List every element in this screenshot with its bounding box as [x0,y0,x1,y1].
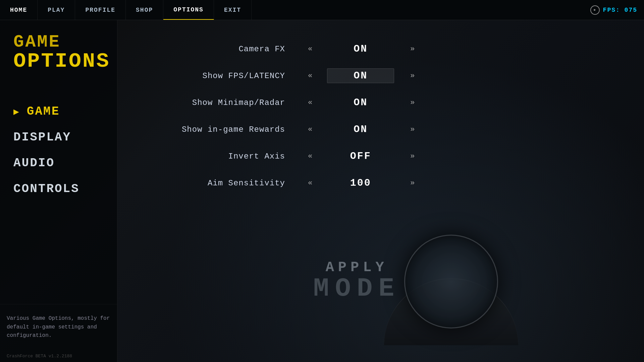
setting-label-minimap: Show Minimap/Radar [144,98,285,107]
nav-play[interactable]: PLAY [38,0,75,20]
setting-row-rewards: Show in-game Rewards « ON » [144,121,617,138]
setting-controls-fps-latency: « ON » [305,68,416,83]
apply-label: APPLY [313,259,400,276]
setting-controls-aim-sensitivity: « 100 » [305,177,416,189]
setting-label-fps-latency: Show FPS/LATENCY [144,71,285,80]
camera-fx-value: ON [327,43,394,55]
minimap-value: ON [327,97,394,108]
setting-label-camera-fx: Camera FX [144,45,285,54]
aim-sensitivity-arrow-left[interactable]: « [305,178,314,189]
nav-exit[interactable]: EXIT [214,0,252,20]
setting-controls-invert-axis: « OFF » [305,150,416,162]
sidebar-title: GAME OPTIONS [0,20,117,78]
sidebar-item-controls[interactable]: ▶ CONTROLS [0,176,117,202]
setting-label-invert-axis: Invert Axis [144,152,285,161]
invert-axis-value: OFF [327,150,394,162]
setting-controls-camera-fx: « ON » [305,43,416,55]
fps-latency-arrow-right[interactable]: » [408,70,416,81]
fps-icon: ● [590,5,600,15]
aim-sensitivity-arrow-right[interactable]: » [408,178,416,189]
sidebar-item-display[interactable]: ▶ DISPLAY [0,124,117,150]
fps-latency-value: ON [327,68,394,83]
nav-options[interactable]: OPTIONS [163,0,214,20]
navbar: HOME PLAY PROFILE SHOP OPTIONS EXIT ● FP… [0,0,644,20]
active-arrow: ▶ [13,106,20,117]
sidebar-item-audio[interactable]: ▶ AUDIO [0,150,117,176]
minimap-arrow-right[interactable]: » [408,97,416,108]
sidebar-title-game: GAME [13,34,104,51]
sidebar-item-game[interactable]: ▶ GAME [0,99,117,124]
setting-row-invert-axis: Invert Axis « OFF » [144,147,617,165]
setting-row-fps-latency: Show FPS/LATENCY « ON » [144,67,617,84]
settings-panel: Camera FX « ON » Show FPS/LATENCY « ON »… [117,20,644,221]
invert-axis-arrow-right[interactable]: » [408,151,416,162]
setting-controls-minimap: « ON » [305,97,416,108]
setting-row-camera-fx: Camera FX « ON » [144,40,617,58]
setting-controls-rewards: « ON » [305,124,416,135]
nav-home[interactable]: HOME [0,0,38,20]
sidebar-version: CrashForce BETA v1.2.2188 [0,350,117,362]
nav-shop[interactable]: SHOP [126,0,163,20]
sidebar-footer: Various Game Options, mostly for default… [0,304,117,350]
apply-mode-overlay: APPLY MODE [313,259,400,302]
rewards-value: ON [327,124,394,135]
setting-label-rewards: Show in-game Rewards [144,125,285,134]
sidebar-menu: ▶ GAME ▶ DISPLAY ▶ AUDIO ▶ CONTROLS [0,99,117,304]
fps-display: ● FPS: 075 [590,5,644,15]
minimap-arrow-left[interactable]: « [305,97,314,108]
camera-fx-arrow-left[interactable]: « [305,44,314,55]
setting-row-aim-sensitivity: Aim Sensitivity « 100 » [144,174,617,192]
aim-sensitivity-value: 100 [327,177,394,189]
main-content: Camera FX « ON » Show FPS/LATENCY « ON »… [117,20,644,362]
nav-profile[interactable]: PROFILE [75,0,126,20]
sidebar-title-options: OPTIONS [13,51,104,72]
rewards-arrow-left[interactable]: « [305,124,314,135]
setting-label-aim-sensitivity: Aim Sensitivity [144,179,285,188]
invert-axis-arrow-left[interactable]: « [305,151,314,162]
sidebar: GAME OPTIONS ▶ GAME ▶ DISPLAY ▶ AUDIO ▶ … [0,20,117,362]
setting-row-minimap: Show Minimap/Radar « ON » [144,94,617,111]
fps-latency-arrow-left[interactable]: « [305,70,314,81]
camera-fx-arrow-right[interactable]: » [408,44,416,55]
rewards-arrow-right[interactable]: » [408,124,416,135]
mode-label: MODE [313,276,400,302]
